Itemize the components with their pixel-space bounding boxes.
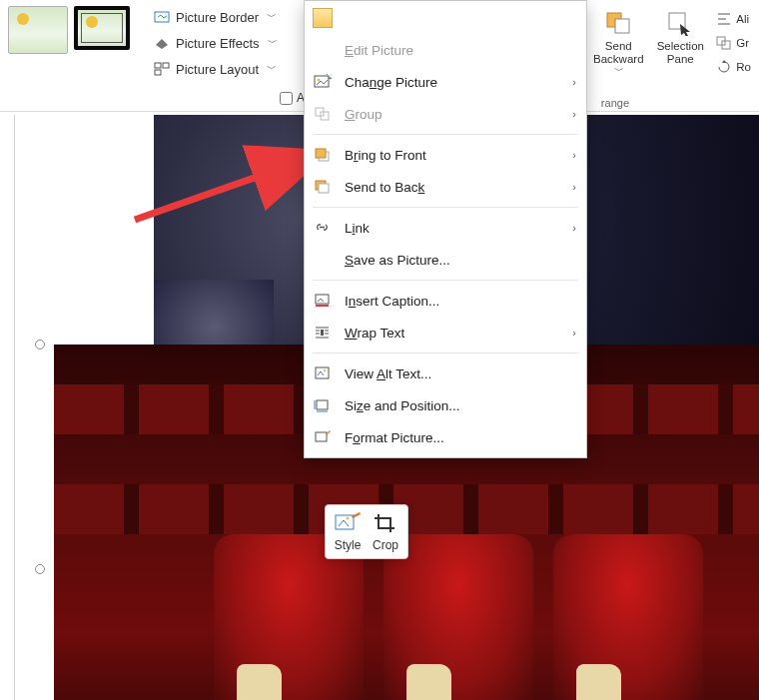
theater-seat — [553, 534, 703, 700]
style-thumb-plain[interactable] — [8, 6, 68, 54]
picture-border-dropdown[interactable]: Picture Border ﹀ — [148, 6, 284, 28]
arrange-group: Send Backward ﹀ Selection Pane Ali Gr Ro — [584, 0, 759, 111]
svg-point-31 — [324, 369, 326, 371]
mini-crop-button[interactable]: Crop — [372, 511, 399, 552]
group-label: Gr — [736, 37, 749, 49]
svg-rect-26 — [321, 330, 324, 336]
insert-caption-icon — [313, 291, 333, 311]
chevron-right-icon: › — [572, 222, 576, 234]
svg-rect-0 — [155, 12, 169, 22]
svg-rect-22 — [316, 305, 329, 307]
bring-to-front-icon — [313, 145, 333, 165]
selection-handle[interactable] — [35, 564, 45, 574]
svg-rect-3 — [155, 70, 161, 75]
send-backward-label: Send Backward — [593, 40, 644, 65]
align-label: Ali — [736, 13, 749, 25]
align-icon — [716, 11, 732, 27]
svg-rect-36 — [336, 515, 354, 529]
arrange-group-label: range — [601, 97, 629, 109]
picture-effects-icon — [154, 35, 170, 51]
style-thumb-framed[interactable] — [74, 6, 130, 50]
rotate-icon — [716, 59, 732, 75]
svg-rect-5 — [615, 19, 629, 33]
paste-options-row — [305, 5, 586, 34]
group-icon — [313, 104, 333, 124]
svg-rect-20 — [319, 184, 329, 193]
svg-rect-2 — [163, 63, 169, 68]
picture-effects-dropdown[interactable]: Picture Effects ﹀ — [148, 32, 284, 54]
picture-layout-dropdown[interactable]: Picture Layout ﹀ — [148, 58, 284, 80]
chevron-right-icon: › — [572, 181, 576, 193]
group-icon — [716, 35, 732, 51]
rotate-label: Ro — [736, 61, 751, 73]
chevron-right-icon: › — [572, 327, 576, 339]
picture-layout-icon — [154, 61, 170, 77]
alt-text-icon — [313, 363, 333, 383]
menu-link[interactable]: Link › — [305, 212, 586, 244]
chevron-down-icon: ﹀ — [268, 36, 278, 50]
menu-wrap-text[interactable]: Wrap Text › — [305, 317, 586, 349]
menu-view-alt-text[interactable]: View Alt Text... — [305, 357, 586, 389]
picture-context-menu: Edit Edit PicturePicture Change Picture … — [304, 0, 587, 458]
wrap-text-icon — [313, 323, 333, 343]
chevron-right-icon: › — [572, 108, 576, 120]
accessibility-check[interactable] — [280, 92, 293, 105]
menu-save-as-picture[interactable]: Save as Picture... — [305, 244, 586, 276]
chevron-right-icon: › — [572, 76, 576, 88]
menu-bring-to-front[interactable]: Bring to Front › — [305, 139, 586, 171]
arrange-subcol: Ali Gr Ro — [712, 4, 755, 76]
style-icon — [334, 511, 362, 535]
menu-insert-caption[interactable]: Insert Caption... — [305, 285, 586, 317]
menu-change-picture[interactable]: Change Picture › — [305, 66, 586, 98]
mini-crop-label: Crop — [373, 538, 398, 552]
chevron-right-icon: › — [572, 149, 576, 161]
picture-border-icon — [154, 9, 170, 25]
menu-size-and-position[interactable]: Size and Position... — [305, 389, 586, 421]
svg-rect-1 — [155, 63, 161, 68]
svg-rect-32 — [317, 400, 328, 409]
paste-option-icon[interactable] — [313, 8, 333, 28]
picture-styles-gallery[interactable] — [0, 0, 138, 111]
svg-rect-21 — [316, 295, 329, 304]
theater-seat — [383, 534, 533, 700]
svg-rect-18 — [316, 149, 326, 158]
menu-send-to-back[interactable]: Send to Back › — [305, 171, 586, 203]
picture-border-label: Picture Border — [176, 10, 259, 25]
send-backward-button[interactable]: Send Backward ﹀ — [588, 4, 648, 84]
chevron-down-icon: ﹀ — [614, 65, 624, 76]
crop-icon — [372, 511, 399, 535]
selection-handle[interactable] — [35, 340, 45, 350]
mini-style-button[interactable]: Style — [334, 511, 362, 552]
mini-style-label: Style — [335, 538, 362, 552]
svg-point-37 — [347, 517, 350, 520]
svg-rect-35 — [316, 432, 327, 441]
align-dropdown[interactable]: Ali — [712, 10, 755, 28]
picture-tools-group: Picture Border ﹀ Picture Effects ﹀ Pictu… — [138, 0, 294, 111]
size-position-icon — [313, 395, 333, 415]
selection-pane-button[interactable]: Selection Pane — [650, 4, 710, 84]
picture-mini-toolbar: Style Crop — [325, 504, 408, 559]
chevron-down-icon: ﹀ — [267, 62, 277, 76]
change-picture-icon — [313, 72, 333, 92]
link-icon — [313, 218, 333, 238]
menu-group: Group › — [305, 98, 586, 130]
selection-pane-label: Selection Pane — [657, 40, 704, 65]
menu-edit-picture: Edit Edit PicturePicture — [305, 34, 586, 66]
group-dropdown[interactable]: Gr — [712, 34, 755, 52]
rotate-dropdown[interactable]: Ro — [712, 58, 755, 76]
svg-point-14 — [318, 79, 321, 82]
picture-effects-label: Picture Effects — [176, 36, 260, 51]
selection-pane-icon — [666, 10, 694, 36]
picture-layout-label: Picture Layout — [176, 62, 259, 77]
format-picture-icon — [313, 427, 333, 447]
chevron-down-icon: ﹀ — [267, 10, 277, 24]
menu-format-picture[interactable]: Format Picture... — [305, 421, 586, 453]
send-backward-icon — [604, 10, 632, 36]
send-to-back-icon — [313, 177, 333, 197]
